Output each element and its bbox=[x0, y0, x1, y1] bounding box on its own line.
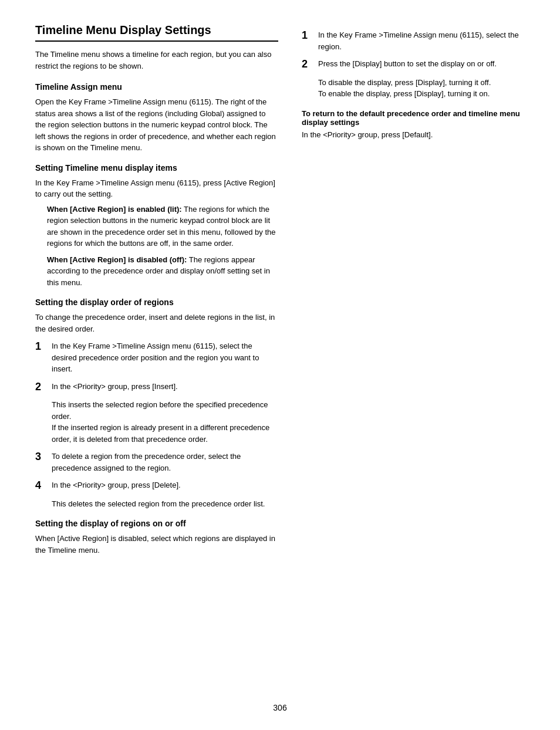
right-column: 1 In the Key Frame >Timeline Assign menu… bbox=[302, 23, 525, 559]
active-region-disabled-label: When [Active Region] is disabled (off): bbox=[47, 255, 187, 264]
step-number-2: 2 bbox=[35, 381, 47, 394]
setting-timeline-intro: In the Key Frame >Timeline Assign menu (… bbox=[35, 177, 278, 200]
active-region-enabled-item: When [Active Region] is enabled (lit): T… bbox=[47, 204, 278, 249]
right-step-2-text: Press the [Display] button to set the di… bbox=[318, 59, 497, 68]
display-on-off-body: When [Active Region] is disabled, select… bbox=[35, 533, 278, 556]
step-4-content: In the <Priority> group, press [Delete]. bbox=[52, 479, 278, 492]
right-step-2: 2 Press the [Display] button to set the … bbox=[302, 58, 525, 71]
step-2-content: In the <Priority> group, press [Insert]. bbox=[52, 381, 278, 394]
active-region-disabled-item: When [Active Region] is disabled (off): … bbox=[47, 254, 278, 289]
right-step-number-1: 1 bbox=[302, 29, 313, 52]
active-region-list: When [Active Region] is enabled (lit): T… bbox=[47, 204, 278, 289]
step-3-text: To delete a region from the precedence o… bbox=[52, 452, 241, 472]
step-3-content: To delete a region from the precedence o… bbox=[52, 451, 278, 474]
step-2-display-order: 2 In the <Priority> group, press [Insert… bbox=[35, 381, 278, 394]
right-step-2-content: Press the [Display] button to set the di… bbox=[318, 58, 525, 71]
right-step-1-content: In the Key Frame >Timeline Assign menu (… bbox=[318, 29, 525, 52]
step-number-1: 1 bbox=[35, 340, 47, 375]
step-3-display-order: 3 To delete a region from the precedence… bbox=[35, 451, 278, 474]
step-number-3: 3 bbox=[35, 451, 47, 474]
right-step-number-2: 2 bbox=[302, 58, 313, 71]
display-order-intro: To change the precedence order, insert a… bbox=[35, 312, 278, 334]
step-1-content: In the Key Frame >Timeline Assign menu (… bbox=[52, 340, 278, 375]
right-step-2-sub: To disable the display, press [Display],… bbox=[318, 77, 525, 100]
active-region-disabled-text: When [Active Region] is disabled (off): … bbox=[47, 254, 278, 289]
page-title: Timeline Menu Display Settings bbox=[35, 23, 278, 42]
right-step-1: 1 In the Key Frame >Timeline Assign menu… bbox=[302, 29, 525, 52]
return-body: In the <Priority> group, press [Default]… bbox=[302, 129, 525, 141]
section-heading-timeline-assign: Timeline Assign menu bbox=[35, 82, 278, 92]
step-2-sub: This inserts the selected region before … bbox=[52, 399, 278, 445]
step-4-display-order: 4 In the <Priority> group, press [Delete… bbox=[35, 479, 278, 492]
page: Timeline Menu Display Settings The Timel… bbox=[0, 0, 560, 730]
left-column: Timeline Menu Display Settings The Timel… bbox=[35, 23, 278, 559]
section-heading-display-order: Setting the display order of regions bbox=[35, 298, 278, 307]
step-1-text: In the Key Frame >Timeline Assign menu (… bbox=[52, 342, 259, 373]
step-number-4: 4 bbox=[35, 479, 47, 492]
step-2-text: In the <Priority> group, press [Insert]. bbox=[52, 382, 178, 391]
step-1-display-order: 1 In the Key Frame >Timeline Assign menu… bbox=[35, 340, 278, 375]
right-step-1-text: In the Key Frame >Timeline Assign menu (… bbox=[318, 31, 519, 51]
timeline-assign-body: Open the Key Frame >Timeline Assign menu… bbox=[35, 96, 278, 154]
step-4-sub: This deletes the selected region from th… bbox=[52, 498, 278, 510]
page-number: 306 bbox=[0, 703, 560, 712]
section-heading-setting-timeline: Setting Timeline menu display items bbox=[35, 163, 278, 173]
return-heading: To return to the default precedence orde… bbox=[302, 109, 525, 127]
step-4-text: In the <Priority> group, press [Delete]. bbox=[52, 481, 181, 489]
active-region-enabled-text: When [Active Region] is enabled (lit): T… bbox=[47, 204, 278, 249]
section-heading-display-on-off: Setting the display of regions on or off bbox=[35, 519, 278, 528]
intro-text: The Timeline menu shows a timeline for e… bbox=[35, 49, 278, 72]
active-region-enabled-label: When [Active Region] is enabled (lit): bbox=[47, 205, 182, 214]
